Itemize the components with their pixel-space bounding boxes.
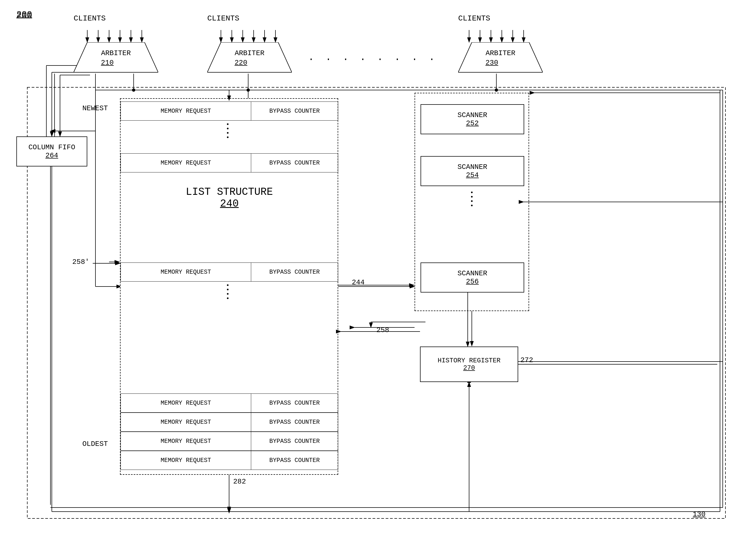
svg-point-27 (246, 89, 250, 92)
scanner-256-box: SCANNER 256 (420, 263, 524, 292)
svg-point-26 (132, 89, 135, 92)
oldest-label: OLDEST (82, 440, 108, 448)
list-structure-box: NEWEST MEMORY REQUEST BYPASS COUNTER MEM… (120, 98, 338, 475)
svg-marker-53 (74, 42, 158, 72)
column-fifo-box: COLUMN FIFO 264 (16, 136, 87, 166)
arbiter-210-label: ARBITER (84, 49, 147, 57)
scanners-container: SCANNER 252 SCANNER 254 SCANNER 256 (414, 93, 529, 311)
arbiter-210-ref: 210 (101, 59, 114, 67)
ref-258-prime: 258' (72, 258, 89, 266)
arbiter-230-ref: 230 (486, 59, 498, 67)
ref-258: 258 (376, 326, 389, 334)
clients-label-1: CLIENTS (74, 14, 106, 23)
svg-marker-54 (207, 42, 292, 72)
svg-point-28 (495, 89, 498, 92)
ellipsis-arbiters: . . . . . . . . (308, 52, 437, 63)
history-register-box: HISTORY REGISTER 270 (420, 347, 518, 382)
arbiter-220-label: ARBITER (218, 49, 281, 57)
column-fifo-ref: 264 (45, 151, 58, 160)
column-fifo-label: COLUMN FIFO (28, 143, 75, 151)
ref-130: 130 (693, 510, 706, 519)
ref-244: 244 (352, 278, 365, 286)
ref-272: 272 (520, 356, 533, 364)
arbiter-230-label: ARBITER (469, 49, 532, 57)
arbiter-220-ref: 220 (234, 59, 247, 67)
svg-marker-55 (458, 42, 543, 72)
scanner-254-box: SCANNER 254 (420, 156, 524, 186)
newest-label: NEWEST (82, 104, 108, 112)
clients-label-3: CLIENTS (458, 14, 490, 23)
ref-282: 282 (233, 477, 246, 486)
clients-label-2: CLIENTS (207, 14, 239, 23)
scanner-252-box: SCANNER 252 (420, 104, 524, 134)
